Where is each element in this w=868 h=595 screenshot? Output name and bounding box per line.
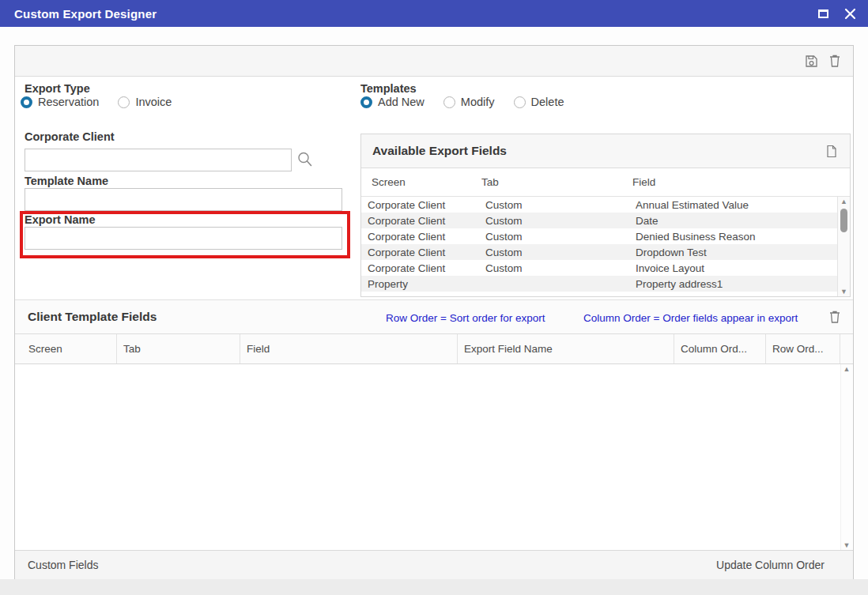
maximize-icon	[818, 9, 828, 18]
radio-icon	[360, 96, 372, 108]
available-fields-column-headers: Screen Tab Field	[361, 168, 850, 197]
table-cell: Corporate Client	[361, 247, 485, 258]
available-fields-scrollbar[interactable]: ▲ ▼	[837, 197, 850, 296]
scroll-up-icon[interactable]: ▲	[840, 197, 847, 206]
column-header-column-order[interactable]: Column Ord...	[674, 334, 766, 363]
window: Custom Export Designer	[0, 0, 868, 595]
client-template-fields-header: Client Template Fields Row Order = Sort …	[15, 299, 853, 334]
export-designer-panel: Export Type ReservationInvoice Templates…	[14, 45, 854, 579]
table-cell: Corporate Client	[361, 199, 485, 211]
table-cell: Property address1	[636, 278, 850, 290]
window-title: Custom Export Designer	[0, 7, 157, 21]
column-header-export-field-name[interactable]: Export Field Name	[458, 334, 674, 363]
table-row[interactable]: Corporate ClientCustomDropdown Test	[361, 244, 850, 260]
corporate-client-label: Corporate Client	[25, 130, 115, 143]
client-template-fields-table: ▲ ▼	[15, 364, 853, 550]
table-row[interactable]: Corporate ClientCustomAnnual Estimated V…	[361, 197, 850, 213]
table-row[interactable]: PropertyProperty address2	[361, 292, 850, 296]
search-icon	[296, 151, 313, 168]
save-icon	[805, 55, 818, 68]
client-template-delete-button[interactable]	[828, 310, 842, 324]
radio-label: Modify	[461, 96, 495, 108]
table-row[interactable]: Corporate ClientCustomDate	[361, 213, 850, 228]
table-cell: Invoice Layout	[636, 262, 850, 274]
radio-invoice[interactable]: Invoice	[118, 96, 172, 108]
title-bar: Custom Export Designer	[0, 0, 868, 27]
export-name-input[interactable]	[25, 227, 342, 250]
top-toolbar	[15, 46, 853, 77]
delete-button[interactable]	[828, 54, 842, 68]
column-header-screen[interactable]: Screen	[361, 176, 481, 188]
template-name-input[interactable]	[25, 188, 342, 211]
corporate-client-search-button[interactable]	[296, 151, 313, 168]
trash-icon	[828, 54, 841, 68]
table-cell: Corporate Client	[361, 215, 485, 227]
table-cell: Corporate Client	[361, 262, 485, 274]
available-export-fields-title: Available Export Fields	[372, 144, 825, 158]
scrollbar-thumb[interactable]	[840, 209, 847, 232]
templates-radio-group: Add NewModifyDelete	[360, 96, 564, 108]
radio-label: Delete	[531, 96, 564, 108]
update-column-order-button[interactable]: Update Column Order	[716, 559, 840, 571]
table-cell: Corporate Client	[361, 231, 485, 243]
export-type-radio-group: ReservationInvoice	[21, 96, 172, 108]
radio-icon	[118, 96, 130, 108]
client-template-scrollbar[interactable]: ▲ ▼	[840, 364, 852, 550]
client-template-fields-title: Client Template Fields	[28, 310, 157, 324]
column-header-field[interactable]: Field	[632, 176, 850, 188]
export-name-label: Export Name	[25, 213, 95, 226]
export-type-label: Export Type	[25, 82, 90, 95]
available-export-fields-header: Available Export Fields	[361, 134, 850, 168]
trash-icon	[828, 310, 841, 324]
column-order-note[interactable]: Column Order = Order fields appear in ex…	[583, 312, 798, 324]
table-cell: Custom	[485, 262, 636, 274]
table-cell: Date	[636, 215, 850, 227]
radio-label: Reservation	[38, 96, 99, 108]
close-button[interactable]	[843, 6, 857, 21]
radio-label: Invoice	[135, 96, 172, 108]
bottom-action-bar: Custom Fields Update Column Order	[15, 550, 853, 579]
radio-icon	[514, 96, 526, 108]
maximize-button[interactable]	[816, 6, 830, 21]
column-header-field[interactable]: Field	[240, 334, 458, 363]
custom-fields-button[interactable]: Custom Fields	[28, 559, 98, 571]
radio-label: Add New	[378, 96, 425, 108]
table-row[interactable]: PropertyProperty address1	[361, 276, 850, 292]
column-header-tab[interactable]: Tab	[481, 176, 632, 188]
scroll-down-icon[interactable]: ▼	[843, 540, 851, 550]
scroll-up-icon[interactable]: ▲	[843, 364, 851, 374]
templates-label: Templates	[360, 82, 417, 95]
scroll-down-icon[interactable]: ▼	[840, 287, 847, 296]
column-header-tab[interactable]: Tab	[117, 334, 240, 363]
radio-add-new[interactable]: Add New	[360, 96, 425, 108]
available-fields-table: Corporate ClientCustomAnnual Estimated V…	[361, 197, 850, 296]
template-name-label: Template Name	[25, 175, 108, 187]
new-document-button[interactable]	[825, 144, 839, 158]
table-row[interactable]: Corporate ClientCustomInvoice Layout	[361, 260, 850, 276]
radio-icon	[21, 96, 32, 108]
available-export-fields-panel: Available Export Fields Screen Tab Field…	[360, 134, 851, 297]
window-bottom-strip	[0, 579, 868, 595]
radio-reservation[interactable]: Reservation	[21, 96, 99, 108]
table-cell: Dropdown Test	[636, 247, 850, 258]
column-header-screen[interactable]: Screen	[15, 334, 117, 363]
table-cell: Custom	[485, 231, 636, 243]
table-cell: Denied Business Reason	[636, 231, 850, 243]
table-cell: Property address2	[636, 294, 850, 297]
row-order-note[interactable]: Row Order = Sort order for export	[386, 312, 545, 324]
table-cell: Property	[361, 294, 485, 297]
close-icon	[844, 8, 856, 20]
table-cell: Custom	[485, 247, 636, 258]
table-cell: Property	[361, 278, 485, 290]
radio-delete[interactable]: Delete	[514, 96, 564, 108]
corporate-client-input[interactable]	[25, 149, 292, 171]
radio-modify[interactable]: Modify	[443, 96, 495, 108]
column-header-row-order[interactable]: Row Ord...	[766, 334, 840, 363]
table-cell: Annual Estimated Value	[636, 199, 850, 211]
page-icon	[826, 145, 837, 158]
save-button[interactable]	[804, 54, 818, 68]
table-row[interactable]: Corporate ClientCustomDenied Business Re…	[361, 228, 850, 244]
radio-icon	[443, 96, 455, 108]
table-cell: Custom	[485, 215, 636, 227]
table-cell: Custom	[485, 199, 636, 211]
